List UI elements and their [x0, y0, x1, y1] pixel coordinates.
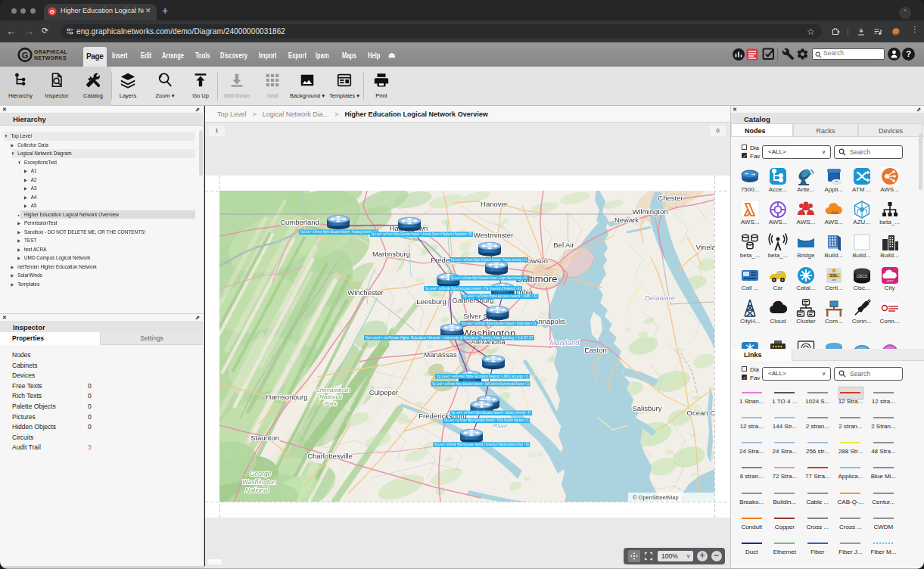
svg-text:Chester: Chester [658, 194, 683, 202]
svg-text:Top Level > netTerrain Higher: Top Level > netTerrain Higher Education … [434, 443, 529, 446]
svg-text:Delaware: Delaware [645, 294, 675, 302]
svg-text:G: G [22, 51, 29, 60]
svg-text:Salisbury: Salisbury [632, 404, 661, 412]
svg-text:G: G [50, 8, 54, 15]
svg-text:Harrisonburg: Harrisonburg [266, 393, 308, 401]
svg-text:Staunton: Staunton [250, 434, 279, 442]
svg-text:National: National [319, 393, 342, 400]
svg-text:Easton: Easton [584, 346, 607, 354]
svg-text:Top Level > netTerrain Higher: Top Level > netTerrain Higher Education … [300, 230, 378, 234]
svg-text:Top Level > netTerrain Higher: Top Level > netTerrain Higher Education … [462, 322, 537, 325]
svg-text:Maryland: Maryland [549, 338, 580, 347]
svg-text:Shenandoah: Shenandoah [316, 387, 350, 393]
svg-text:Top Level > netTerrain Higher: Top Level > netTerrain Higher Education … [425, 287, 521, 291]
svg-text:Charlottesville: Charlottesville [307, 452, 353, 460]
svg-text:River: River [493, 422, 509, 430]
svg-text:Bel Air: Bel Air [553, 241, 574, 249]
svg-text:CITY: CITY [886, 278, 893, 282]
svg-text:Top Level > netTerrain Higher: Top Level > netTerrain Higher Education … [444, 418, 529, 422]
svg-text:Top Level > netTerrain Higher: Top Level > netTerrain Higher Education … [437, 375, 529, 378]
svg-text:Top Level > netTerrain Higher: Top Level > netTerrain Higher Education … [366, 336, 534, 340]
svg-text:Westminster: Westminster [474, 231, 514, 239]
svg-text:Washington: Washington [242, 478, 276, 486]
svg-text:Cumberland: Cumberland [280, 218, 319, 226]
svg-text:Manassas: Manassas [424, 350, 457, 359]
svg-text:Top Level > netTerrain Higher: Top Level > netTerrain Higher Education … [432, 382, 529, 386]
svg-text:Park: Park [325, 400, 338, 407]
svg-text:Winchester: Winchester [347, 288, 384, 297]
svg-text:© OpenStreetMap: © OpenStreetMap [633, 494, 679, 501]
svg-text:Leesburg: Leesburg [416, 297, 446, 306]
svg-text:Wilmington: Wilmington [633, 207, 668, 216]
svg-text:CISCO: CISCO [856, 275, 867, 278]
svg-text:NETWORKS: NETWORKS [34, 55, 67, 61]
svg-text:SSL: SSL [829, 273, 838, 278]
svg-text:Top Level > netTerrain Higher: Top Level > netTerrain Higher Education … [451, 276, 527, 280]
svg-text:Top Level > netTerrain Higher: Top Level > netTerrain Higher Education … [451, 411, 531, 415]
svg-text:Martinsburg: Martinsburg [372, 250, 410, 258]
svg-text:Vineland: Vineland [696, 243, 714, 251]
svg-text:Top Level > netTerrain Higher: Top Level > netTerrain Higher Education … [372, 232, 472, 236]
svg-text:Culpeper: Culpeper [369, 388, 399, 396]
svg-text:Newark: Newark [614, 216, 639, 224]
svg-text:Hanover: Hanover [481, 200, 508, 208]
svg-text:George: George [250, 470, 272, 477]
svg-text:GRAPHICAL: GRAPHICAL [34, 49, 67, 54]
svg-text:National: National [245, 487, 269, 494]
svg-text:Annapolis: Annapolis [534, 317, 565, 325]
svg-text:Top Level > netTerrain Higher: Top Level > netTerrain Higher Education … [451, 258, 527, 262]
svg-text:Ocean City: Ocean City [687, 409, 715, 417]
svg-text:Top Level > netTerrain Higher: Top Level > netTerrain Higher Education … [462, 294, 537, 298]
